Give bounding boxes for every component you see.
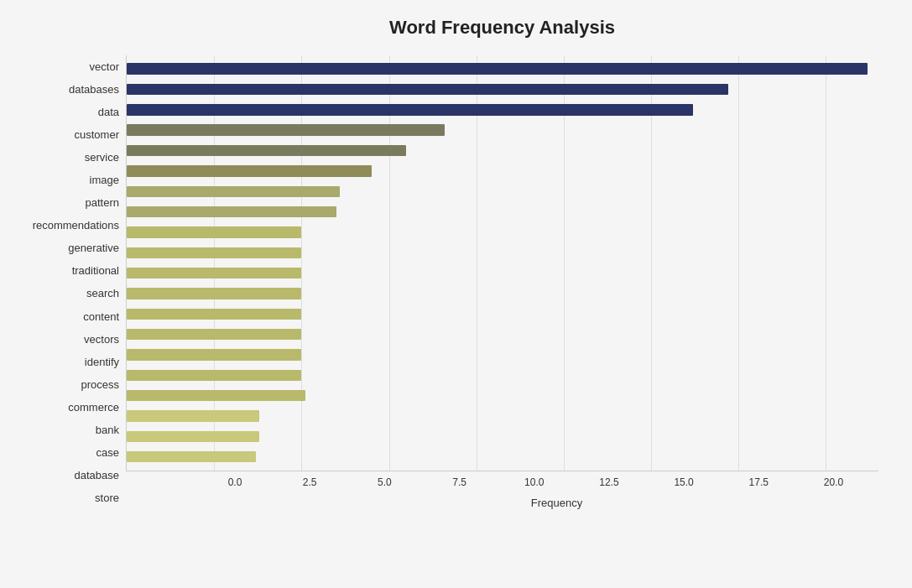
- bar: [127, 124, 445, 135]
- x-axis-title: Frequency: [235, 497, 878, 509]
- y-label: database: [17, 464, 119, 486]
- bar-row: [127, 366, 878, 385]
- y-label: process: [17, 373, 119, 395]
- bar: [127, 451, 256, 462]
- y-label: pattern: [17, 192, 119, 214]
- bar-row: [127, 182, 878, 201]
- bar: [127, 63, 868, 74]
- y-label: identify: [17, 351, 119, 372]
- y-label: commerce: [17, 396, 119, 418]
- bar-row: [127, 427, 878, 446]
- bar: [127, 247, 301, 258]
- y-label: bank: [17, 419, 119, 440]
- bar: [127, 309, 301, 320]
- bar: [127, 165, 372, 176]
- y-label: customer: [17, 124, 119, 146]
- chart-area: vectordatabasesdatacustomerserviceimagep…: [17, 55, 878, 509]
- bar: [127, 186, 340, 197]
- bar: [127, 370, 301, 381]
- bar-row: [127, 284, 878, 303]
- bar: [127, 390, 305, 401]
- bar-row: [127, 406, 878, 425]
- y-label: databases: [17, 79, 119, 101]
- bar-row: [127, 80, 878, 99]
- bottom-area: 0.02.55.07.510.012.515.017.520.0 Frequen…: [235, 471, 878, 509]
- bar-row: [127, 386, 878, 405]
- bar: [127, 104, 693, 115]
- x-tick-label: 10.0: [524, 476, 544, 488]
- y-labels: vectordatabasesdatacustomerserviceimagep…: [17, 55, 126, 509]
- bars-container: [127, 55, 878, 471]
- bar: [127, 349, 301, 360]
- bar-row: [127, 60, 878, 79]
- x-tick-label: 2.5: [303, 476, 317, 488]
- chart-container: Word Frequency Analysis vectordatabasesd…: [0, 0, 912, 588]
- bar: [127, 431, 259, 442]
- y-label: service: [17, 147, 119, 169]
- bar-row: [127, 161, 878, 180]
- bar: [127, 288, 301, 299]
- bar: [127, 226, 301, 237]
- x-tick-label: 17.5: [749, 476, 769, 488]
- bar: [127, 206, 336, 217]
- y-label: image: [17, 169, 119, 191]
- bar: [127, 329, 301, 340]
- x-tick-label: 5.0: [378, 476, 392, 488]
- y-label: vectors: [17, 328, 119, 350]
- bar: [127, 145, 406, 156]
- plot-area: [126, 55, 878, 471]
- bar-row: [127, 345, 878, 364]
- bar-row: [127, 100, 878, 119]
- y-label: recommendations: [17, 215, 119, 237]
- bar-row: [127, 243, 878, 263]
- bar: [127, 410, 259, 421]
- y-label: traditional: [17, 260, 119, 282]
- bar-row: [127, 447, 878, 466]
- y-label: store: [17, 487, 119, 509]
- x-axis-labels: 0.02.55.07.510.012.515.017.520.0: [235, 476, 878, 493]
- y-label: content: [17, 305, 119, 327]
- bar-row: [127, 325, 878, 344]
- x-tick-label: 20.0: [824, 476, 843, 488]
- bar-row: [127, 222, 878, 242]
- chart-title: Word Frequency Analysis: [126, 17, 878, 39]
- bar: [127, 84, 728, 95]
- bar-row: [127, 202, 878, 221]
- x-tick-label: 7.5: [452, 476, 466, 488]
- y-label: data: [17, 101, 119, 123]
- bar: [127, 268, 301, 278]
- y-label: generative: [17, 237, 119, 259]
- bar-row: [127, 304, 878, 324]
- bar-row: [127, 263, 878, 283]
- x-tick-label: 0.0: [228, 476, 242, 488]
- y-label: search: [17, 283, 119, 304]
- x-tick-label: 15.0: [674, 476, 693, 488]
- y-label: case: [17, 441, 119, 463]
- y-label: vector: [17, 56, 119, 78]
- bar-row: [127, 121, 878, 140]
- x-tick-label: 12.5: [599, 476, 618, 488]
- bar-row: [127, 141, 878, 160]
